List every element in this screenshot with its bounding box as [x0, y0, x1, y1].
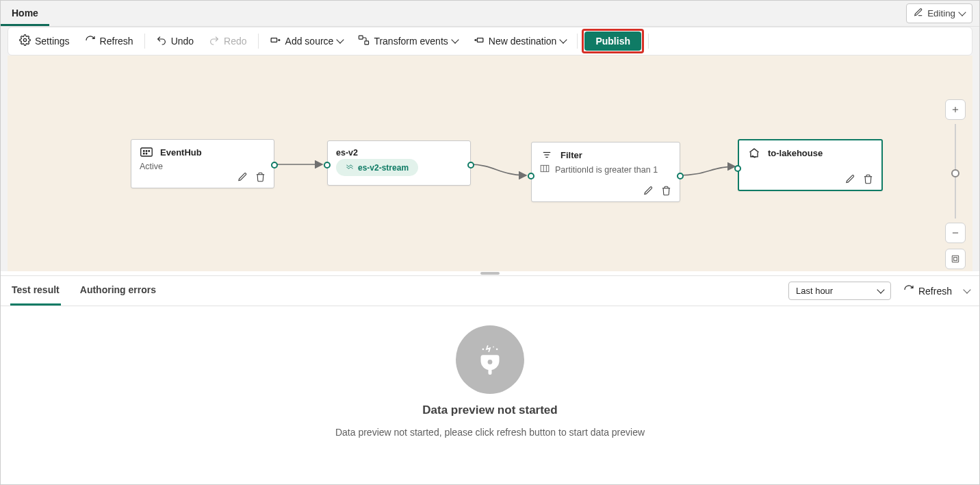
separator — [258, 34, 259, 49]
svg-point-10 — [146, 153, 147, 155]
panel-resizer[interactable] — [1, 271, 979, 275]
svg-point-23 — [496, 349, 498, 351]
node-title: EventHub — [160, 147, 202, 158]
tab-home[interactable]: Home — [1, 1, 49, 26]
column-icon — [540, 164, 550, 175]
refresh-label: Refresh — [100, 36, 133, 47]
resizer-handle[interactable] — [480, 272, 500, 275]
svg-point-8 — [149, 151, 150, 152]
zoom-slider[interactable] — [955, 124, 956, 219]
svg-rect-2 — [359, 36, 363, 39]
stream-chip[interactable]: es-v2-stream — [336, 159, 418, 176]
node-filter[interactable]: Filter PartitionId is greater than 1 — [531, 142, 680, 202]
bottom-tabs: Test result Authoring errors — [10, 276, 157, 306]
undo-label: Undo — [171, 36, 194, 47]
canvas[interactable]: EventHub Active es-v2 es-v2-stream — [8, 55, 972, 271]
top-bar: Home Editing — [1, 1, 979, 27]
top-tabs: Home — [1, 1, 49, 26]
svg-rect-20 — [952, 256, 958, 262]
lakehouse-icon — [747, 147, 761, 158]
edit-icon[interactable] — [237, 171, 248, 182]
svg-point-25 — [488, 360, 493, 364]
preview-headline: Data preview not started — [422, 403, 557, 417]
output-port[interactable] — [677, 173, 684, 179]
svg-point-9 — [144, 153, 145, 155]
output-port[interactable] — [467, 162, 474, 169]
node-stream[interactable]: es-v2 es-v2-stream — [327, 140, 471, 186]
node-title: Filter — [560, 150, 582, 160]
chevron-down-icon — [451, 36, 459, 43]
zoom-in-button[interactable] — [945, 99, 966, 120]
trash-icon[interactable] — [862, 173, 873, 184]
separator — [144, 34, 145, 49]
transform-events-label: Transform events — [374, 36, 448, 47]
input-port[interactable] — [734, 165, 741, 172]
mode-editing-button[interactable]: Editing — [906, 3, 972, 23]
chevron-down-icon[interactable] — [963, 286, 970, 293]
toolbar: Settings Refresh Undo Redo Add source Tr… — [8, 27, 972, 55]
svg-point-24 — [493, 347, 494, 348]
tab-authoring-errors[interactable]: Authoring errors — [79, 276, 157, 306]
transform-events-button[interactable]: Transform events — [351, 30, 464, 52]
zoom-thumb[interactable] — [951, 169, 959, 177]
eventhub-icon — [140, 147, 153, 158]
add-source-icon — [270, 34, 281, 48]
refresh-icon — [903, 284, 914, 297]
bottom-panel: Test result Authoring errors Last hour R… — [1, 275, 979, 485]
add-source-button[interactable]: Add source — [263, 30, 350, 52]
settings-button[interactable]: Settings — [12, 30, 77, 52]
chevron-down-icon — [958, 8, 966, 16]
svg-point-0 — [23, 38, 26, 41]
time-range-value: Last hour — [796, 286, 833, 296]
chip-label: es-v2-stream — [358, 163, 409, 173]
svg-point-22 — [482, 349, 485, 351]
redo-icon — [209, 35, 220, 48]
bottom-refresh-button[interactable]: Refresh — [901, 282, 955, 300]
svg-rect-5 — [141, 148, 153, 156]
svg-rect-4 — [477, 38, 483, 42]
output-port[interactable] — [271, 162, 278, 169]
gear-icon — [19, 34, 31, 48]
chevron-down-icon — [560, 36, 567, 43]
undo-icon — [156, 35, 167, 48]
node-eventhub[interactable]: EventHub Active — [131, 139, 274, 188]
time-range-select[interactable]: Last hour — [788, 282, 891, 300]
input-port[interactable] — [528, 173, 534, 179]
svg-rect-14 — [541, 165, 549, 171]
input-port[interactable] — [324, 162, 331, 169]
transform-icon — [358, 34, 370, 48]
trash-icon[interactable] — [255, 171, 266, 182]
destination-icon — [473, 34, 485, 48]
separator — [648, 34, 649, 49]
fit-to-screen-button[interactable] — [945, 249, 966, 269]
bottom-refresh-label: Refresh — [918, 286, 952, 297]
chevron-down-icon — [877, 286, 884, 293]
svg-point-7 — [146, 151, 147, 152]
svg-rect-1 — [271, 38, 277, 42]
filter-icon — [540, 149, 554, 160]
add-source-label: Add source — [285, 36, 334, 47]
stream-icon — [346, 162, 354, 173]
svg-point-6 — [144, 151, 145, 152]
mode-label: Editing — [927, 8, 955, 18]
plug-icon — [456, 325, 524, 394]
node-lakehouse[interactable]: to-lakehouse — [738, 139, 883, 191]
publish-highlight: Publish — [582, 29, 644, 53]
node-title: es-v2 — [336, 148, 358, 158]
separator — [577, 34, 578, 49]
preview-sub: Data preview not started, please click r… — [335, 427, 645, 438]
redo-button: Redo — [202, 31, 253, 52]
new-destination-label: New destination — [489, 36, 557, 47]
publish-button[interactable]: Publish — [584, 32, 641, 51]
new-destination-button[interactable]: New destination — [466, 30, 573, 52]
tab-test-result[interactable]: Test result — [10, 276, 61, 306]
edit-icon[interactable] — [643, 185, 654, 196]
trash-icon[interactable] — [660, 185, 671, 196]
zoom-controls — [945, 99, 966, 269]
refresh-button[interactable]: Refresh — [78, 31, 140, 52]
zoom-out-button[interactable] — [945, 223, 966, 243]
edit-icon[interactable] — [844, 173, 855, 184]
undo-button[interactable]: Undo — [149, 31, 201, 52]
refresh-icon — [85, 35, 96, 48]
svg-rect-26 — [488, 369, 491, 375]
